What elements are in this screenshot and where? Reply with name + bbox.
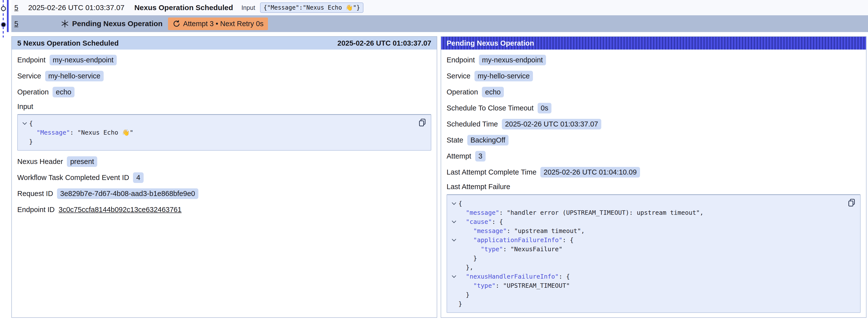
- code-gutter: [450, 299, 458, 309]
- json-key: "cause": [466, 217, 492, 226]
- copy-icon[interactable]: [418, 118, 427, 127]
- input-label: Input: [242, 4, 255, 11]
- field-row: Request ID3e829b7e-7d67-4b08-aad3-b1e868…: [17, 188, 431, 199]
- json-text: : "UPSTREAM_TIMEOUT": [496, 281, 570, 290]
- field-label: Request ID: [17, 190, 53, 198]
- event-detail-body: Endpointmy-nexus-endpointServicemy-hello…: [12, 50, 437, 225]
- field-row: Operationecho: [17, 87, 431, 97]
- json-text: [458, 281, 473, 290]
- json-text: }: [458, 290, 469, 299]
- code-line: }: [450, 299, 845, 309]
- field-value-badge: my-nexus-endpoint: [479, 55, 546, 65]
- json-text: [458, 226, 473, 235]
- event-title: Nexus Operation Scheduled: [134, 3, 233, 12]
- field-row: Workflow Task Completed Event ID4: [17, 172, 431, 183]
- field-label: Workflow Task Completed Event ID: [17, 173, 129, 182]
- field-value-badge: BackingOff: [467, 135, 508, 146]
- json-key: "message": [466, 208, 499, 217]
- field-value-badge: present: [67, 156, 97, 167]
- field-row: Servicemy-hello-service: [446, 70, 861, 82]
- last-attempt-failure-json: { "message": "handler error (UPSTREAM_TI…: [446, 194, 861, 313]
- json-key: "type": [473, 281, 495, 290]
- code-line: {: [20, 119, 416, 128]
- event-detail-header: 5 Nexus Operation Scheduled 2025-02-26 U…: [12, 37, 437, 50]
- pending-operation-body: Endpointmy-nexus-endpointServicemy-hello…: [441, 50, 866, 318]
- section-label: Input: [17, 103, 431, 111]
- collapse-chevron-icon[interactable]: [20, 119, 29, 128]
- field-value-badge: 2025-02-26 UTC 01:04:10.09: [540, 167, 640, 178]
- collapse-chevron-icon[interactable]: [450, 272, 458, 281]
- event-row-pending-nexus-operation[interactable]: 5 Pending Nexus Operation Attempt 3 • Ne…: [11, 15, 868, 32]
- event-title: Pending Nexus Operation: [72, 20, 163, 28]
- event-detail-title: 5 Nexus Operation Scheduled: [17, 39, 119, 47]
- retry-badge: Attempt 3 • Next Retry 0s: [168, 18, 268, 30]
- timeline-node-filled-icon: [1, 23, 5, 27]
- pending-asterisk-icon: [61, 20, 69, 28]
- copy-icon[interactable]: [847, 198, 856, 207]
- event-row-nexus-operation-scheduled[interactable]: 5 2025-02-26 UTC 01:03:37.07 Nexus Opera…: [11, 0, 868, 15]
- retry-text: Attempt 3 • Next Retry 0s: [183, 20, 264, 28]
- field-label: Nexus Header: [17, 158, 63, 166]
- field-label: Endpoint ID: [17, 205, 55, 214]
- json-key: "nexusHandlerFailureInfo": [466, 272, 559, 281]
- json-text: : {: [492, 217, 503, 226]
- json-text: [458, 208, 466, 217]
- pending-operation-panel: Pending Nexus Operation Endpointmy-nexus…: [441, 36, 867, 318]
- selected-events-accent-bar: [7, 0, 9, 32]
- field-value-badge: echo: [482, 87, 504, 97]
- field-row: Endpoint ID3c0c75ccfa8144b092c13ce632463…: [17, 204, 431, 215]
- code-line: },: [450, 263, 845, 272]
- code-gutter: [450, 281, 458, 290]
- code-gutter: [450, 226, 458, 235]
- json-text: {: [458, 199, 462, 208]
- collapse-chevron-icon[interactable]: [450, 235, 458, 245]
- event-detail-panels: 5 Nexus Operation Scheduled 2025-02-26 U…: [11, 36, 867, 318]
- event-id-link[interactable]: 5: [14, 4, 18, 12]
- event-detail-timestamp: 2025-02-26 UTC 01:03:37.07: [338, 39, 431, 47]
- json-key: "Message": [36, 128, 70, 137]
- field-value-badge: my-hello-service: [45, 71, 104, 82]
- field-value-badge: echo: [53, 87, 74, 97]
- code-line: "cause": {: [450, 217, 845, 226]
- field-value-badge: 3e829b7e-7d67-4b08-aad3-b1e868bfe9e0: [57, 188, 198, 199]
- event-timestamp: 2025-02-26 UTC 01:03:37.07: [28, 3, 124, 12]
- field-label: Last Attempt Complete Time: [446, 168, 536, 176]
- collapse-chevron-icon[interactable]: [450, 217, 458, 226]
- code-line: }: [20, 137, 416, 146]
- field-value-link[interactable]: 3c0c75ccfa8144b092c13ce632463761: [59, 205, 182, 214]
- field-label: Service: [17, 72, 41, 80]
- json-text: : {: [559, 272, 570, 281]
- code-line: {: [450, 199, 845, 208]
- json-key: "type": [480, 245, 503, 254]
- code-line: "applicationFailureInfo": {: [450, 235, 845, 245]
- pending-operation-header: Pending Nexus Operation: [441, 37, 866, 50]
- code-line: "nexusHandlerFailureInfo": {: [450, 272, 845, 281]
- event-id-link[interactable]: 5: [14, 20, 18, 28]
- json-text: : "Nexus Echo 👋": [70, 128, 133, 137]
- input-preview-chip: {"Message":"Nexus Echo 👋"}: [260, 2, 364, 13]
- event-history-rows: 5 2025-02-26 UTC 01:03:37.07 Nexus Opera…: [11, 0, 868, 32]
- code-line: }: [450, 290, 845, 299]
- code-gutter: [20, 128, 29, 137]
- timeline-node-open-icon: [1, 6, 6, 11]
- field-row: Endpointmy-nexus-endpoint: [446, 55, 861, 65]
- json-text: },: [458, 263, 473, 272]
- field-label: Service: [446, 72, 470, 80]
- json-key: "message": [473, 226, 506, 235]
- json-text: }: [458, 254, 477, 263]
- json-text: [458, 217, 466, 226]
- field-row: Schedule To Close Timeout0s: [446, 103, 861, 114]
- field-value-badge: 2025-02-26 UTC 01:03:37.07: [502, 119, 601, 129]
- json-text: : "upstream timeout",: [507, 226, 585, 235]
- field-label: Schedule To Close Timeout: [446, 104, 534, 112]
- code-line: "type": "NexusFailure": [450, 245, 845, 254]
- code-line: }: [450, 254, 845, 263]
- field-label: Attempt: [446, 152, 471, 160]
- json-text: }: [29, 137, 33, 146]
- json-text: : {: [562, 235, 574, 245]
- field-label: State: [446, 136, 463, 144]
- collapse-chevron-icon[interactable]: [450, 199, 458, 208]
- code-gutter: [20, 137, 29, 146]
- json-text: {: [29, 119, 33, 128]
- timeline-dashed-line: [3, 0, 4, 37]
